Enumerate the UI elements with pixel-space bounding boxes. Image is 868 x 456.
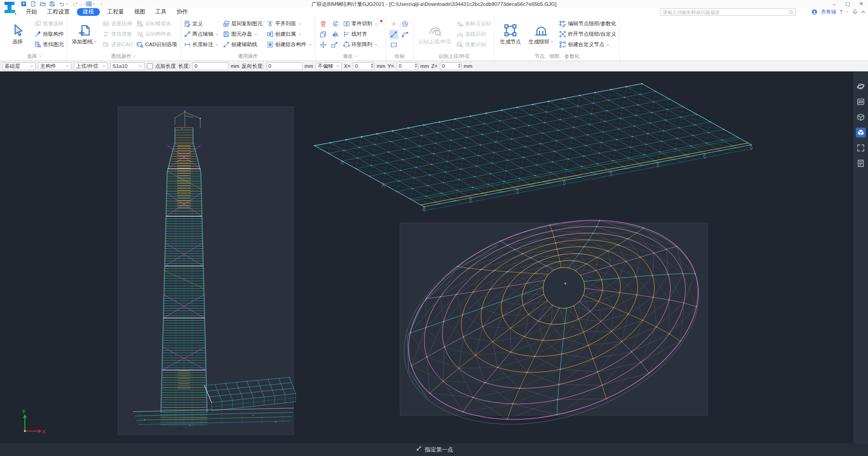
circle-tool-button[interactable] — [401, 19, 410, 28]
length-unit: mm — [231, 63, 239, 69]
length-input[interactable] — [192, 62, 228, 70]
create-custom-node-button[interactable]: 创建自定义节点 — [559, 40, 616, 49]
arc-tool-button[interactable] — [401, 30, 410, 39]
help-button[interactable]: ? — [840, 9, 842, 14]
open-file-button[interactable] — [39, 0, 47, 7]
add-drawing-button[interactable]: 添加图纸 — [71, 23, 99, 46]
search-input[interactable] — [660, 10, 788, 15]
edit-node-icon — [559, 20, 566, 27]
generate-node-button[interactable]: 生成节点 — [498, 23, 523, 46]
notification-bell-icon[interactable] — [852, 9, 858, 14]
spinner-arrows[interactable] — [371, 63, 373, 68]
find-element-icon — [34, 41, 41, 48]
select-button[interactable]: 选择 — [5, 23, 30, 46]
collapse-ribbon-button[interactable] — [861, 10, 866, 14]
drawing-list-button[interactable] — [856, 158, 866, 168]
recognize-floor-table-button: 识别楼层表 — [137, 19, 177, 28]
x-coordinate-input-unit: mm — [377, 63, 385, 69]
window-title: 广联达BIM钢结构计量GJG2021 - [C:\Users\qijl-a\Do… — [0, 0, 868, 8]
view-tools-panel: 2D — [853, 71, 868, 443]
orbit-icon — [857, 82, 865, 90]
move-button[interactable] — [319, 40, 328, 49]
line-align-button[interactable]: 线对齐 — [343, 30, 368, 39]
select-line-recognition-button: 选线识别 — [457, 30, 491, 39]
restore-cad-icon — [103, 41, 109, 48]
define-button[interactable]: 定义 — [184, 19, 219, 28]
function-search[interactable] — [660, 8, 796, 16]
component-select[interactable]: S1a10 — [110, 62, 145, 70]
rect-tool-button[interactable] — [389, 40, 398, 49]
point-add-length-checkbox[interactable] — [147, 63, 153, 69]
copy-between-floors-button[interactable]: 层间复制图元 — [223, 19, 263, 28]
generate-detail-button[interactable]: 生成细部 — [527, 23, 555, 46]
app-logo[interactable] — [1, 0, 18, 18]
align-to-surface-button[interactable]: 平齐到面 — [267, 19, 312, 28]
copy-button[interactable] — [319, 30, 328, 39]
create-combined-component-button[interactable]: 创建组合构件 — [267, 40, 312, 49]
orbit-view-button[interactable] — [856, 81, 866, 91]
part-cutting-button[interactable]: 零件切割 — [343, 19, 382, 28]
worksheet-button[interactable] — [85, 0, 97, 7]
find-element-button[interactable]: 查找图元 — [34, 40, 64, 49]
save-elements-button[interactable]: 图元存盘 — [223, 30, 263, 39]
rotate-button[interactable] — [331, 19, 340, 28]
first-point-icon — [415, 446, 422, 454]
mirror-icon — [332, 31, 339, 38]
ribbon-group-label-drawing-ops[interactable]: 图纸操作 — [71, 52, 177, 61]
new-file-button[interactable] — [29, 0, 37, 7]
create-aux-line-button[interactable]: 创建辅助线 — [223, 40, 263, 49]
circle-tool-icon — [401, 20, 409, 28]
view-2d-button[interactable]: 2D — [856, 97, 866, 107]
ribbon-group-label-general-ops[interactable]: 通用操作 — [184, 52, 312, 61]
tab-project-settings[interactable]: 工程设置 — [42, 8, 75, 15]
sheet-icon — [857, 159, 865, 167]
help-caret-icon[interactable] — [845, 10, 849, 14]
custom-node-icon — [559, 41, 566, 48]
ribbon-group-label-draw[interactable]: 绘制 — [389, 52, 410, 61]
edit-node-detail-parametric-button[interactable]: 编辑节点细部/参数化 — [559, 19, 616, 28]
current-view-button[interactable] — [856, 128, 866, 138]
tab-start[interactable]: 开始 — [21, 8, 42, 15]
component-type-select[interactable]: 主构件 — [38, 62, 71, 70]
create-attribution-button[interactable]: 创建归属 — [267, 30, 312, 39]
view-3d-button[interactable] — [856, 112, 866, 122]
length-label: 长度: — [178, 63, 190, 70]
delete-button[interactable] — [319, 19, 328, 28]
tab-collaboration[interactable]: 协作 — [172, 8, 193, 15]
cad-recognition-options-button[interactable]: CAD识别选项 — [137, 40, 177, 49]
minimize-button[interactable]: – — [827, 0, 841, 8]
customize-quick-access-button[interactable] — [99, 0, 104, 7]
save-file-button[interactable] — [48, 0, 56, 7]
offset-select[interactable]: 不偏移 — [316, 62, 342, 70]
spinner-arrows[interactable] — [458, 63, 461, 68]
pick-component-button[interactable]: 拾取构件 — [34, 30, 64, 39]
stretch-button[interactable] — [331, 40, 340, 49]
close-button[interactable]: ✕ — [854, 0, 868, 8]
fullscreen-button[interactable] — [856, 143, 866, 153]
two-point-axis-icon — [184, 31, 191, 38]
spinner-arrows[interactable] — [415, 63, 417, 68]
ribbon-group-label-select[interactable]: 选择 — [5, 52, 64, 61]
circular-array-button[interactable]: 环形阵列 — [343, 40, 378, 49]
chevron-down-icon — [336, 64, 340, 68]
two-point-aux-axis-button[interactable]: 两点辅轴 — [184, 30, 219, 39]
undo-button[interactable] — [58, 0, 70, 7]
floor-select[interactable]: 基础层 — [2, 62, 36, 70]
ribbon-group-label-recognize-chord[interactable]: 识别上弦/外弦 — [417, 52, 491, 61]
ribbon-group-label-modify[interactable]: 修改 — [319, 52, 382, 61]
align-face-icon — [267, 20, 274, 27]
line-tool-button[interactable] — [389, 30, 398, 39]
tab-view[interactable]: 视图 — [129, 8, 151, 15]
tab-tools[interactable]: 工具 — [151, 8, 172, 15]
length-dimension-button[interactable]: 长度标注 — [184, 40, 219, 49]
explode-node-detail-custom-button[interactable]: 炸开节点细部/自定义 — [559, 30, 616, 39]
chord-type-select[interactable]: 上弦/外弦 — [74, 62, 108, 70]
tab-modeling[interactable]: 建模 — [77, 8, 100, 16]
maximize-button[interactable]: ▢ — [841, 0, 854, 8]
reverse-length-input[interactable] — [266, 62, 302, 70]
mirror-button[interactable] — [331, 30, 340, 39]
ribbon-group-label-node-detail-parametric[interactable]: 节点、细部、参数化 — [498, 52, 616, 61]
tab-quantity[interactable]: 工程量 — [102, 8, 129, 15]
publish-button[interactable] — [20, 0, 28, 7]
viewport-canvas[interactable]: YX — [0, 71, 853, 443]
